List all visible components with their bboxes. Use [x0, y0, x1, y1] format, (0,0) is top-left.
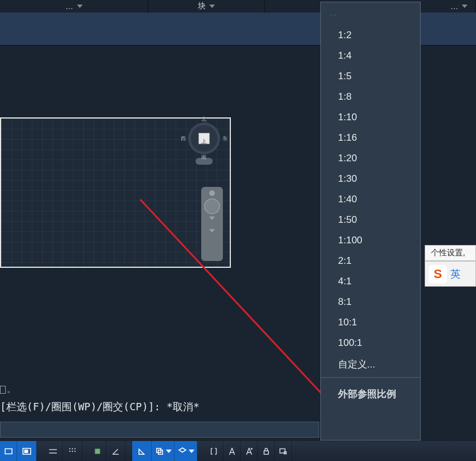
bracket-icon — [209, 446, 219, 456]
command-history-text: 。 — [7, 384, 15, 394]
angle-icon — [137, 446, 147, 456]
statusbar-annoauto-button[interactable] — [241, 441, 258, 461]
sogou-logo-icon: S — [429, 265, 447, 283]
svg-rect-11 — [95, 448, 100, 454]
statusbar-annovisible-button[interactable] — [223, 441, 241, 461]
command-prompt-line: [栏选(F)/圈围(WP)/圈交(CP)]: *取消* — [0, 400, 200, 414]
svg-rect-2 — [5, 448, 12, 454]
snap-grid-icon — [67, 446, 78, 456]
scale-xref-item[interactable]: 外部参照比例 — [321, 380, 420, 401]
ribbon-group-block[interactable]: 块 — [148, 0, 265, 13]
command-input[interactable] — [0, 422, 319, 438]
navigation-bar[interactable] — [201, 187, 223, 261]
viewcube-ring[interactable]: 上 北 南 西 东 — [188, 123, 220, 154]
viewcube-north-label: 北 — [201, 116, 206, 123]
svg-point-8 — [69, 450, 70, 451]
nav-chevron-down-icon[interactable] — [209, 217, 215, 220]
svg-point-14 — [251, 448, 253, 450]
scale-option[interactable]: 100:1 — [321, 333, 420, 353]
ribbon-group-right-label: … — [450, 2, 458, 11]
scale-option[interactable]: 1:40 — [321, 189, 420, 210]
ime-panel-title[interactable]: 个性设置, — [425, 245, 476, 261]
scale-option[interactable]: 1:30 — [321, 169, 420, 189]
chevron-down-icon — [166, 450, 172, 453]
ime-panel-body[interactable]: S 英 — [425, 261, 476, 287]
scale-list-dropdown: … 1:21:41:51:81:101:161:201:301:401:501:… — [320, 2, 421, 440]
nav-steeringwheel-icon[interactable] — [204, 198, 220, 214]
scale-option[interactable]: 1:5 — [321, 66, 420, 87]
statusbar-3dosnap-button[interactable] — [152, 441, 174, 461]
statusbar-lineweight-button[interactable] — [174, 441, 197, 461]
model-icon — [3, 446, 14, 456]
ortho-icon — [92, 446, 103, 456]
ime-panel: 个性设置, S 英 — [425, 245, 476, 287]
svg-point-6 — [71, 448, 72, 449]
layout-icon — [22, 446, 32, 456]
statusbar-polar-button[interactable] — [106, 441, 125, 461]
menu-separator — [321, 377, 420, 378]
isoplane-icon — [177, 446, 188, 456]
scale-option[interactable]: 2:1 — [321, 251, 420, 271]
statusbar-lock-button[interactable] — [258, 441, 275, 461]
nav-pan-icon[interactable] — [209, 190, 215, 196]
statusbar-osnap-button[interactable] — [132, 441, 152, 461]
svg-rect-4 — [24, 450, 28, 453]
viewcube-west-label: 西 — [181, 135, 186, 142]
scale-option[interactable]: 1:8 — [321, 87, 420, 107]
statusbar-grid-button[interactable] — [43, 441, 63, 461]
compass-a-icon — [227, 446, 237, 456]
scale-list-scroll-hint: … — [329, 8, 337, 17]
ribbon-group-block-label: 块 — [198, 1, 206, 11]
svg-point-9 — [71, 450, 72, 451]
statusbar-annoscale-button[interactable] — [204, 441, 223, 461]
scale-option[interactable]: 4:1 — [321, 271, 420, 292]
model-tab-button[interactable] — [0, 441, 17, 461]
cube-snap-icon — [154, 446, 165, 456]
cursor-box-icon — [0, 386, 6, 394]
layout-tab-button[interactable] — [17, 441, 36, 461]
viewcube-south-label: 南 — [201, 154, 206, 161]
chevron-down-icon — [77, 5, 83, 8]
ribbon-group-left[interactable]: … — [0, 0, 148, 13]
svg-rect-15 — [264, 451, 268, 454]
polar-icon — [111, 446, 121, 456]
viewcube-face-label: 上 — [201, 138, 206, 144]
ribbon-group-left-label: … — [66, 2, 74, 11]
chevron-down-icon — [189, 450, 194, 453]
status-bar — [0, 441, 476, 461]
viewcube[interactable]: 上 北 南 西 东 — [185, 123, 223, 168]
grid-lines-icon — [48, 446, 58, 456]
viewcube-top-face[interactable]: 上 — [198, 133, 210, 144]
scale-option[interactable]: 1:4 — [321, 46, 420, 66]
lock-icon — [261, 446, 271, 456]
command-history-tail: 。 — [0, 384, 15, 395]
svg-point-10 — [74, 450, 75, 451]
statusbar-snap-button[interactable] — [63, 441, 82, 461]
nav-chevron-down-icon[interactable] — [209, 229, 215, 232]
statusbar-cycling-button[interactable] — [275, 441, 292, 461]
chevron-down-icon — [462, 5, 467, 8]
svg-point-5 — [69, 448, 70, 449]
scale-option[interactable]: 1:10 — [321, 107, 420, 128]
scale-option[interactable]: 10:1 — [321, 312, 420, 333]
scale-option[interactable]: 8:1 — [321, 292, 420, 312]
compass-a2-icon — [244, 446, 254, 456]
svg-point-7 — [74, 448, 75, 449]
scale-option[interactable]: 1:20 — [321, 148, 420, 169]
model-grid[interactable]: 上 北 南 西 东 — [0, 117, 231, 268]
scale-option[interactable]: 自定义... — [321, 353, 420, 376]
chevron-down-icon — [209, 5, 215, 8]
scale-option[interactable]: 1:100 — [321, 230, 420, 251]
scale-option[interactable]: 1:2 — [321, 25, 420, 46]
scale-option[interactable]: 1:50 — [321, 210, 420, 230]
statusbar-ortho-button[interactable] — [89, 441, 106, 461]
ime-language-label[interactable]: 英 — [450, 267, 461, 281]
scale-option[interactable]: 1:16 — [321, 128, 420, 148]
viewcube-east-label: 东 — [222, 135, 227, 142]
viewport-lock-icon — [278, 446, 288, 456]
